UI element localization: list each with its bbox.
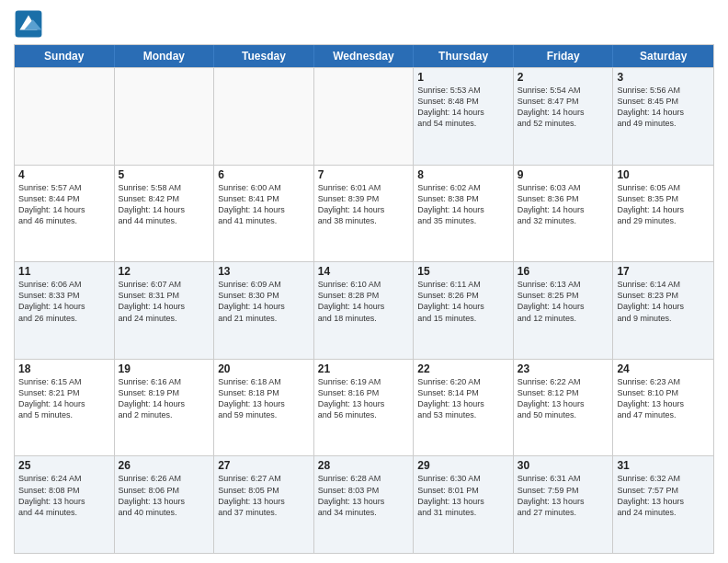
day-cell-27: 27Sunrise: 6:27 AM Sunset: 8:05 PM Dayli… bbox=[214, 456, 314, 553]
day-cell-6: 6Sunrise: 6:00 AM Sunset: 8:41 PM Daylig… bbox=[214, 166, 314, 262]
day-number: 18 bbox=[18, 362, 110, 375]
day-number: 21 bbox=[318, 362, 410, 375]
calendar-body: 1Sunrise: 5:53 AM Sunset: 8:48 PM Daylig… bbox=[15, 67, 713, 553]
day-info: Sunrise: 5:58 AM Sunset: 8:42 PM Dayligh… bbox=[119, 182, 210, 227]
day-info: Sunrise: 6:19 AM Sunset: 8:16 PM Dayligh… bbox=[318, 376, 410, 421]
day-cell-14: 14Sunrise: 6:10 AM Sunset: 8:28 PM Dayli… bbox=[314, 262, 415, 359]
day-cell-20: 20Sunrise: 6:18 AM Sunset: 8:18 PM Dayli… bbox=[214, 360, 314, 456]
day-number: 26 bbox=[119, 459, 210, 472]
day-cell-11: 11Sunrise: 6:06 AM Sunset: 8:33 PM Dayli… bbox=[15, 262, 115, 359]
empty-cell bbox=[214, 68, 314, 165]
day-number: 6 bbox=[218, 168, 310, 181]
empty-cell bbox=[115, 68, 215, 165]
header bbox=[14, 9, 714, 39]
header-day-tuesday: Tuesday bbox=[214, 45, 314, 67]
day-info: Sunrise: 6:23 AM Sunset: 8:10 PM Dayligh… bbox=[617, 376, 710, 421]
calendar-row-4: 25Sunrise: 6:24 AM Sunset: 8:08 PM Dayli… bbox=[15, 455, 713, 553]
day-number: 20 bbox=[218, 362, 310, 375]
day-cell-8: 8Sunrise: 6:02 AM Sunset: 8:38 PM Daylig… bbox=[414, 166, 514, 262]
header-day-wednesday: Wednesday bbox=[314, 45, 415, 67]
day-cell-28: 28Sunrise: 6:28 AM Sunset: 8:03 PM Dayli… bbox=[314, 456, 415, 553]
day-info: Sunrise: 6:01 AM Sunset: 8:39 PM Dayligh… bbox=[318, 182, 410, 227]
header-day-saturday: Saturday bbox=[613, 45, 713, 67]
day-cell-17: 17Sunrise: 6:14 AM Sunset: 8:23 PM Dayli… bbox=[613, 262, 713, 359]
logo bbox=[14, 9, 47, 39]
day-info: Sunrise: 6:10 AM Sunset: 8:28 PM Dayligh… bbox=[318, 279, 410, 324]
day-cell-7: 7Sunrise: 6:01 AM Sunset: 8:39 PM Daylig… bbox=[314, 166, 415, 262]
day-info: Sunrise: 6:26 AM Sunset: 8:06 PM Dayligh… bbox=[119, 473, 210, 518]
day-info: Sunrise: 6:11 AM Sunset: 8:26 PM Dayligh… bbox=[417, 279, 509, 324]
day-cell-4: 4Sunrise: 5:57 AM Sunset: 8:44 PM Daylig… bbox=[15, 166, 115, 262]
calendar-row-0: 1Sunrise: 5:53 AM Sunset: 8:48 PM Daylig… bbox=[15, 67, 713, 165]
day-number: 28 bbox=[318, 459, 410, 472]
day-number: 2 bbox=[518, 71, 609, 84]
day-info: Sunrise: 6:28 AM Sunset: 8:03 PM Dayligh… bbox=[318, 473, 410, 518]
day-cell-22: 22Sunrise: 6:20 AM Sunset: 8:14 PM Dayli… bbox=[414, 360, 514, 456]
day-cell-19: 19Sunrise: 6:16 AM Sunset: 8:19 PM Dayli… bbox=[115, 360, 215, 456]
day-number: 24 bbox=[617, 362, 710, 375]
calendar-row-1: 4Sunrise: 5:57 AM Sunset: 8:44 PM Daylig… bbox=[15, 165, 713, 262]
day-cell-23: 23Sunrise: 6:22 AM Sunset: 8:12 PM Dayli… bbox=[514, 360, 614, 456]
day-number: 15 bbox=[417, 265, 509, 278]
day-cell-26: 26Sunrise: 6:26 AM Sunset: 8:06 PM Dayli… bbox=[115, 456, 215, 553]
day-info: Sunrise: 6:14 AM Sunset: 8:23 PM Dayligh… bbox=[617, 279, 710, 324]
day-number: 19 bbox=[119, 362, 210, 375]
day-number: 31 bbox=[617, 459, 710, 472]
day-number: 9 bbox=[518, 168, 609, 181]
day-number: 1 bbox=[417, 71, 509, 84]
logo-icon bbox=[14, 9, 43, 39]
page: SundayMondayTuesdayWednesdayThursdayFrid… bbox=[0, 0, 728, 563]
calendar-header: SundayMondayTuesdayWednesdayThursdayFrid… bbox=[15, 45, 713, 67]
day-number: 7 bbox=[318, 168, 410, 181]
day-cell-1: 1Sunrise: 5:53 AM Sunset: 8:48 PM Daylig… bbox=[414, 68, 514, 165]
day-number: 3 bbox=[617, 71, 710, 84]
day-number: 12 bbox=[119, 265, 210, 278]
empty-cell bbox=[314, 68, 415, 165]
day-cell-25: 25Sunrise: 6:24 AM Sunset: 8:08 PM Dayli… bbox=[15, 456, 115, 553]
day-number: 17 bbox=[617, 265, 710, 278]
header-day-friday: Friday bbox=[514, 45, 614, 67]
day-info: Sunrise: 5:54 AM Sunset: 8:47 PM Dayligh… bbox=[518, 85, 609, 130]
day-cell-30: 30Sunrise: 6:31 AM Sunset: 7:59 PM Dayli… bbox=[514, 456, 614, 553]
calendar: SundayMondayTuesdayWednesdayThursdayFrid… bbox=[14, 44, 714, 554]
day-info: Sunrise: 6:15 AM Sunset: 8:21 PM Dayligh… bbox=[18, 376, 110, 421]
day-cell-16: 16Sunrise: 6:13 AM Sunset: 8:25 PM Dayli… bbox=[514, 262, 614, 359]
day-info: Sunrise: 5:56 AM Sunset: 8:45 PM Dayligh… bbox=[617, 85, 710, 130]
day-cell-12: 12Sunrise: 6:07 AM Sunset: 8:31 PM Dayli… bbox=[115, 262, 215, 359]
day-cell-29: 29Sunrise: 6:30 AM Sunset: 8:01 PM Dayli… bbox=[414, 456, 514, 553]
day-info: Sunrise: 5:53 AM Sunset: 8:48 PM Dayligh… bbox=[417, 85, 509, 130]
day-cell-18: 18Sunrise: 6:15 AM Sunset: 8:21 PM Dayli… bbox=[15, 360, 115, 456]
day-number: 14 bbox=[318, 265, 410, 278]
day-cell-13: 13Sunrise: 6:09 AM Sunset: 8:30 PM Dayli… bbox=[214, 262, 314, 359]
empty-cell bbox=[15, 68, 115, 165]
day-info: Sunrise: 6:32 AM Sunset: 7:57 PM Dayligh… bbox=[617, 473, 710, 518]
calendar-row-2: 11Sunrise: 6:06 AM Sunset: 8:33 PM Dayli… bbox=[15, 261, 713, 359]
day-number: 5 bbox=[119, 168, 210, 181]
day-info: Sunrise: 6:09 AM Sunset: 8:30 PM Dayligh… bbox=[218, 279, 310, 324]
day-number: 30 bbox=[518, 459, 609, 472]
day-info: Sunrise: 6:06 AM Sunset: 8:33 PM Dayligh… bbox=[18, 279, 110, 324]
day-info: Sunrise: 6:07 AM Sunset: 8:31 PM Dayligh… bbox=[119, 279, 210, 324]
day-cell-15: 15Sunrise: 6:11 AM Sunset: 8:26 PM Dayli… bbox=[414, 262, 514, 359]
day-info: Sunrise: 6:30 AM Sunset: 8:01 PM Dayligh… bbox=[417, 473, 509, 518]
day-info: Sunrise: 6:18 AM Sunset: 8:18 PM Dayligh… bbox=[218, 376, 310, 421]
day-number: 13 bbox=[218, 265, 310, 278]
day-info: Sunrise: 6:27 AM Sunset: 8:05 PM Dayligh… bbox=[218, 473, 310, 518]
day-number: 10 bbox=[617, 168, 710, 181]
day-info: Sunrise: 6:02 AM Sunset: 8:38 PM Dayligh… bbox=[417, 182, 509, 227]
day-info: Sunrise: 6:13 AM Sunset: 8:25 PM Dayligh… bbox=[518, 279, 609, 324]
day-cell-3: 3Sunrise: 5:56 AM Sunset: 8:45 PM Daylig… bbox=[613, 68, 713, 165]
day-info: Sunrise: 6:05 AM Sunset: 8:35 PM Dayligh… bbox=[617, 182, 710, 227]
day-info: Sunrise: 5:57 AM Sunset: 8:44 PM Dayligh… bbox=[18, 182, 110, 227]
day-number: 4 bbox=[18, 168, 110, 181]
day-info: Sunrise: 6:00 AM Sunset: 8:41 PM Dayligh… bbox=[218, 182, 310, 227]
day-info: Sunrise: 6:24 AM Sunset: 8:08 PM Dayligh… bbox=[18, 473, 110, 518]
day-number: 16 bbox=[518, 265, 609, 278]
day-number: 23 bbox=[518, 362, 609, 375]
day-info: Sunrise: 6:16 AM Sunset: 8:19 PM Dayligh… bbox=[119, 376, 210, 421]
day-number: 22 bbox=[417, 362, 509, 375]
day-info: Sunrise: 6:31 AM Sunset: 7:59 PM Dayligh… bbox=[518, 473, 609, 518]
day-number: 8 bbox=[417, 168, 509, 181]
calendar-row-3: 18Sunrise: 6:15 AM Sunset: 8:21 PM Dayli… bbox=[15, 359, 713, 456]
day-number: 29 bbox=[417, 459, 509, 472]
